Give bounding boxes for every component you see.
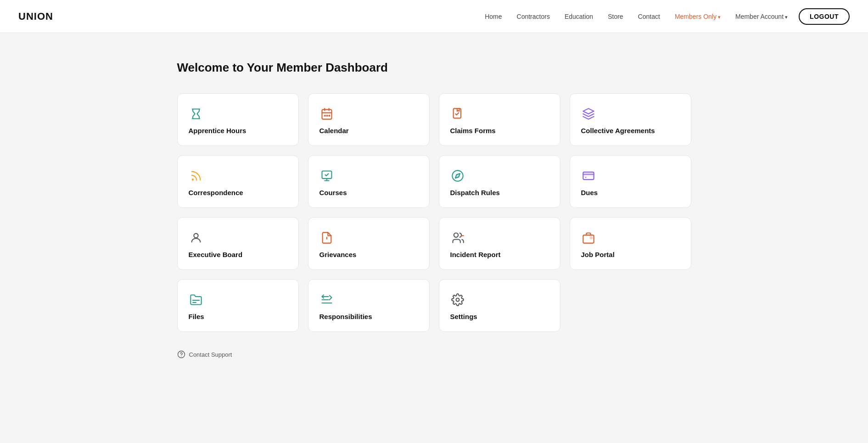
svg-rect-6 [328,115,330,117]
card-label-grievances: Grievances [319,251,418,258]
card-dues[interactable]: Dues [570,155,691,208]
jobportal-icon [581,230,596,245]
dashboard-title: Welcome to Your Member Dashboard [177,61,691,75]
svg-point-19 [454,233,458,237]
help-icon [177,350,185,359]
svg-point-29 [178,351,185,358]
nav-education[interactable]: Education [565,12,593,21]
logout-button[interactable]: LOGOUT [799,8,850,25]
nav-home[interactable]: Home [485,12,502,21]
card-apprentice-hours[interactable]: Apprentice Hours [177,93,299,146]
nav-member-account[interactable]: Member Account [735,12,788,21]
card-incident-report[interactable]: Incident Report [439,217,560,270]
card-courses[interactable]: Courses [308,155,430,208]
responsibilities-icon [319,292,334,307]
nav-members-only[interactable]: Members Only [675,12,721,21]
card-label-executive-board: Executive Board [189,251,287,258]
svg-rect-4 [324,115,326,117]
card-files[interactable]: Files [177,279,299,332]
claims-icon [450,107,465,121]
card-settings[interactable]: Settings [439,279,560,332]
card-label-job-portal: Job Portal [581,251,680,258]
main-content: Welcome to Your Member Dashboard Apprent… [159,33,710,395]
svg-point-28 [456,298,459,302]
card-label-incident-report: Incident Report [450,251,549,258]
svg-rect-21 [583,235,594,243]
support-label: Contact Support [189,351,232,358]
card-claims-forms[interactable]: Claims Forms [439,93,560,146]
card-label-dispatch-rules: Dispatch Rules [450,189,549,196]
compass-icon [450,168,465,183]
svg-rect-5 [326,115,328,117]
card-label-correspondence: Correspondence [189,189,287,196]
svg-point-22 [590,237,592,239]
nav-store[interactable]: Store [608,12,623,21]
card-responsibilities[interactable]: Responsibilities [308,279,430,332]
dashboard-grid: Apprentice Hours Calendar [177,93,691,332]
courses-icon [319,168,334,183]
card-correspondence[interactable]: Correspondence [177,155,299,208]
card-collective-agreements[interactable]: Collective Agreements [570,93,691,146]
incident-icon [450,230,465,245]
dues-icon [581,168,596,183]
nav-contractors[interactable]: Contractors [517,12,550,21]
svg-point-16 [194,234,198,238]
card-executive-board[interactable]: Executive Board [177,217,299,270]
card-label-calendar: Calendar [319,127,418,135]
card-label-apprentice-hours: Apprentice Hours [189,127,287,135]
site-logo[interactable]: UNION [18,11,53,22]
card-label-files: Files [189,313,287,320]
card-label-dues: Dues [581,189,680,196]
svg-point-15 [585,177,586,178]
calendar-icon [319,107,334,121]
card-label-responsibilities: Responsibilities [319,313,418,320]
nav-links: Home Contractors Education Store Contact… [485,12,788,21]
card-label-claims-forms: Claims Forms [450,127,549,135]
tag-icon [581,107,596,121]
card-dispatch-rules[interactable]: Dispatch Rules [439,155,560,208]
card-label-courses: Courses [319,189,418,196]
person-icon [189,230,203,245]
card-grievances[interactable]: Grievances [308,217,430,270]
card-label-collective-agreements: Collective Agreements [581,127,680,135]
rss-icon [189,168,203,183]
files-icon [189,292,203,307]
card-label-settings: Settings [450,313,549,320]
card-calendar[interactable]: Calendar [308,93,430,146]
hourglass-icon [189,107,203,121]
card-job-portal[interactable]: Job Portal [570,217,691,270]
settings-icon [450,292,465,307]
main-nav: UNION Home Contractors Education Store C… [0,0,868,33]
contact-support[interactable]: Contact Support [177,350,691,359]
svg-rect-0 [322,110,331,119]
grievances-icon [319,230,334,245]
nav-contact[interactable]: Contact [638,12,660,21]
